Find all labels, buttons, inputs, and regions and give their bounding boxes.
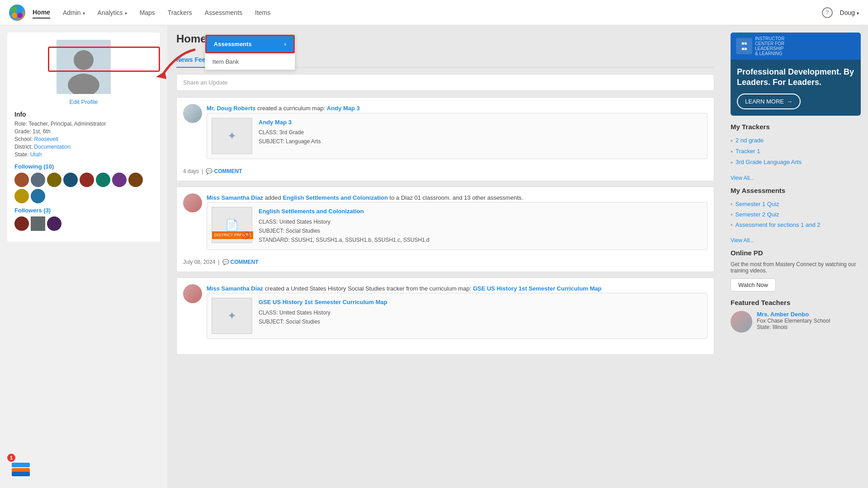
featured-info: Mrs. Amber Denbo Fox Chase Elementary Sc… xyxy=(757,311,830,330)
assessment-item-2: ▪ Semester 2 Quiz xyxy=(731,209,861,220)
tracker-link-1[interactable]: 2 nd grade xyxy=(736,137,764,144)
nav-maps[interactable]: Maps xyxy=(140,7,155,18)
feed-item-2[interactable]: English Settlements and Colonization xyxy=(283,194,388,201)
following-avatar-7[interactable] xyxy=(112,173,127,187)
svg-point-3 xyxy=(17,13,23,18)
center-feed: Home News Feed Benchmarks Share an Updat… xyxy=(167,25,723,488)
curriculum-title-3[interactable]: GSE US History 1st Semester Curriculum M… xyxy=(259,299,387,305)
comment-button-2[interactable]: 💬 COMMENT xyxy=(222,259,259,265)
following-avatar-5[interactable] xyxy=(80,173,94,187)
curriculum-thumb-1: ✦ xyxy=(212,118,252,154)
tracker-list: ▪ 2 nd grade ▪ Tracker 1 ▪ 3rd Grade Lan… xyxy=(731,135,861,168)
following-avatar-1[interactable] xyxy=(14,173,29,187)
featured-avatar xyxy=(731,311,752,333)
profile-card: Edit Profile Info Role: Teacher, Princip… xyxy=(7,33,160,242)
assessment-icon-1: ▪ xyxy=(731,201,733,207)
curriculum-title-2[interactable]: English Settlements and Colonization xyxy=(259,208,364,215)
feed-avatar-2 xyxy=(183,193,202,212)
feed-card-2: Miss Samantha Diaz added English Settlem… xyxy=(176,187,714,272)
featured-name[interactable]: Mrs. Amber Denbo xyxy=(757,311,830,318)
curriculum-info-2: English Settlements and Colonization CLA… xyxy=(259,207,429,245)
svg-point-1 xyxy=(17,7,23,13)
tracker-link-3[interactable]: 3rd Grade Language Arts xyxy=(736,159,802,165)
profile-avatar xyxy=(57,40,111,94)
follower-avatar-2[interactable] xyxy=(31,216,45,231)
learn-more-button[interactable]: LEARN MORE → xyxy=(737,94,801,109)
feed-map-3[interactable]: GSE US History 1st Semester Curriculum M… xyxy=(473,285,602,292)
following-avatars xyxy=(14,173,153,203)
online-pd-title: Online PD xyxy=(731,249,861,257)
curriculum-standard-2: STANDARD: SSUSH1, SSUSH1.a, SSUSH1.b, SS… xyxy=(259,236,429,244)
trackers-section-title: My Trackers xyxy=(731,123,861,131)
tracker-icon-3: ▪ xyxy=(731,159,733,166)
feed-user-3[interactable]: Miss Samantha Diaz xyxy=(207,285,263,292)
curriculum-subject-2: SUBJECT: Social Studies xyxy=(259,227,429,235)
assessment-item-1: ▪ Semester 1 Quiz xyxy=(731,199,861,209)
nav-items[interactable]: Items xyxy=(255,7,270,18)
assessment-link-2[interactable]: Semester 2 Quiz xyxy=(736,211,779,218)
assessment-icon-2: ▪ xyxy=(731,211,733,218)
feed-map-link-1[interactable]: Andy Map 3 xyxy=(327,105,360,112)
dropdown-item-item-bank[interactable]: Item Bank xyxy=(205,53,295,70)
featured-section: Featured Teachers Mrs. Amber Denbo Fox C… xyxy=(731,299,861,333)
tracker-item-2: ▪ Tracker 1 xyxy=(731,146,861,157)
state-link[interactable]: Utah xyxy=(30,151,42,158)
nav-trackers[interactable]: Trackers xyxy=(168,7,192,18)
district-link[interactable]: Documentation xyxy=(34,144,71,150)
following-avatar-8[interactable] xyxy=(128,173,143,187)
feed-user-1[interactable]: Mr. Doug Roberts xyxy=(207,105,255,112)
view-all-trackers[interactable]: View All... xyxy=(731,175,861,181)
featured-school: Fox Chase Elementary School xyxy=(757,318,830,324)
svg-rect-6 xyxy=(12,463,30,467)
curriculum-title-1[interactable]: Andy Map 3 xyxy=(259,119,292,126)
right-panel: ■■ ■■ INSTRUCTOR CENTER FOR LEADERSHIP &… xyxy=(723,25,868,488)
comment-button-1[interactable]: 💬 COMMENT xyxy=(206,168,242,174)
online-pd-text: Get the most from Mastery Connect by wat… xyxy=(731,261,861,274)
app-logo[interactable] xyxy=(9,5,25,21)
featured-state: State: Illinois xyxy=(757,324,830,330)
following-avatar-6[interactable] xyxy=(96,173,110,187)
state-row: State: Utah xyxy=(14,151,153,158)
feed-user-2[interactable]: Miss Samantha Diaz xyxy=(207,194,263,201)
tracker-link-2[interactable]: Tracker 1 xyxy=(736,148,760,155)
nav-admin[interactable]: Admin xyxy=(63,7,85,18)
feed-card-3: Miss Samantha Diaz created a United Stat… xyxy=(176,277,714,355)
following-avatar-10[interactable] xyxy=(31,189,45,203)
nav-analytics[interactable]: Analytics xyxy=(98,7,127,18)
assessment-link-1[interactable]: Semester 1 Quiz xyxy=(736,201,779,207)
feed-footer-2: July 08, 2024 | 💬 COMMENT xyxy=(183,259,708,265)
assessment-list: ▪ Semester 1 Quiz ▪ Semester 2 Quiz ▪ As… xyxy=(731,199,861,230)
promo-body: Professional Development. By Leaders. Fo… xyxy=(731,60,861,116)
assessment-icon-3: ▪ xyxy=(731,221,733,228)
following-avatar-4[interactable] xyxy=(63,173,78,187)
feed-card-2-header: Miss Samantha Diaz added English Settlem… xyxy=(183,193,708,254)
left-panel: Edit Profile Info Role: Teacher, Princip… xyxy=(0,25,167,488)
help-button[interactable]: ? xyxy=(822,7,833,18)
featured-teacher: Mrs. Amber Denbo Fox Chase Elementary Sc… xyxy=(731,311,861,333)
stack-icon-button[interactable]: 1 xyxy=(9,455,33,479)
edit-profile-link[interactable]: Edit Profile xyxy=(14,99,153,105)
nav-home[interactable]: Home xyxy=(33,7,50,19)
follower-avatar-3[interactable] xyxy=(47,216,61,231)
feed-card-1-content: Mr. Doug Roberts created a curriculum ma… xyxy=(207,104,708,164)
view-all-assessments[interactable]: View All... xyxy=(731,237,861,244)
following-avatar-9[interactable] xyxy=(14,189,29,203)
dropdown-item-assessments[interactable]: Assessments › xyxy=(205,35,295,53)
followers-section: Followers (3) xyxy=(14,207,153,231)
feed-time-1: 4 days xyxy=(183,168,199,174)
bottom-left-icon: 1 xyxy=(9,455,33,479)
svg-point-2 xyxy=(12,13,17,18)
watch-now-button[interactable]: Watch Now xyxy=(731,278,776,291)
follower-avatar-1[interactable] xyxy=(14,216,29,231)
feed-avatar-1 xyxy=(183,104,202,123)
user-menu[interactable]: Doug xyxy=(840,9,859,16)
nav-assessments[interactable]: Assessments xyxy=(205,7,242,18)
feed-avatar-3 xyxy=(183,284,202,303)
grade-row: Grade: 1st, 6th xyxy=(14,128,153,135)
assessment-link-3[interactable]: Assessment for sections 1 and 2 xyxy=(736,221,821,228)
following-avatar-3[interactable] xyxy=(47,173,61,187)
following-avatar-2[interactable] xyxy=(31,173,45,187)
share-box[interactable]: Share an Update xyxy=(176,74,714,91)
assessments-section-title: My Assessments xyxy=(731,187,861,194)
school-link[interactable]: Roosevelt xyxy=(34,136,58,142)
